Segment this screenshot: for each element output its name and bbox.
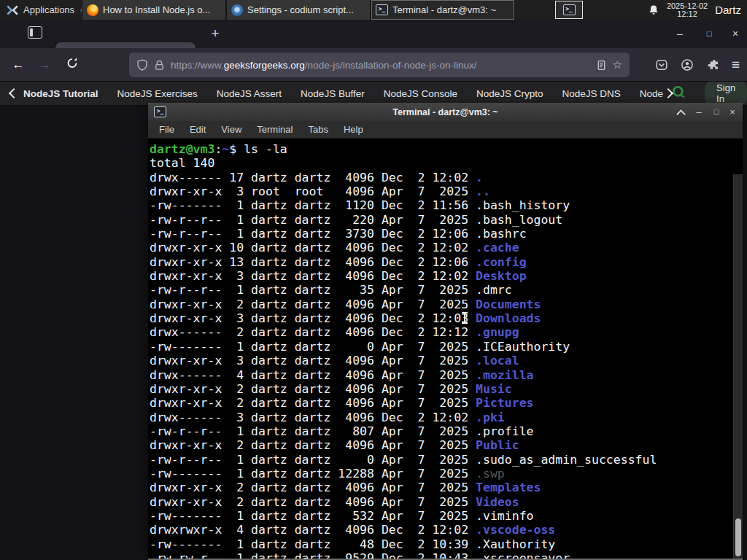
back-button[interactable]: ←	[10, 57, 26, 73]
nav-item[interactable]: NodeJS Console	[384, 88, 457, 99]
panel-user-menu[interactable]: Dartz	[715, 4, 741, 16]
terminal-launcher[interactable]	[555, 1, 583, 19]
ls-row-meta: drwxr-xr-x 2 dartz dartz 4096 Apr 7 2025	[150, 438, 476, 452]
window-button-list: How to Install Node.js o...Settings - co…	[82, 0, 515, 20]
terminal-screen[interactable]: dartz@vm3:~$ ls -la total 140 drwx------…	[148, 139, 743, 559]
nav-back-chevron-icon[interactable]	[9, 88, 19, 98]
mouse-ibeam-cursor	[464, 312, 465, 324]
ls-row-meta: drwx------ 4 dartz dartz 4096 Apr 7 2025	[150, 368, 476, 382]
terminal-menu-terminal[interactable]: Terminal	[257, 124, 293, 135]
ls-row-name: .viminfo	[476, 509, 533, 523]
browser-minimize-button[interactable]: –	[669, 20, 691, 48]
ls-row-name: .gnupg	[476, 325, 519, 339]
ls-row-name: Downloads	[476, 311, 541, 325]
forward-button[interactable]: →	[36, 57, 53, 73]
panel-tray: 2025-12-02 12:12 Dartz	[648, 0, 747, 20]
ls-row-meta: drwxr-xr-x 2 dartz dartz 4096 Apr 7 2025	[150, 298, 476, 311]
ls-row-meta: -rw------- 1 dartz dartz 1120 Dec 2 11:5…	[150, 198, 476, 212]
terminal-menu-file[interactable]: File	[159, 124, 174, 135]
site-search-icon[interactable]	[672, 85, 686, 101]
ls-row-name: Templates	[476, 481, 541, 494]
window-button-codium[interactable]: Settings - codium script...	[226, 0, 371, 20]
ls-row-name: Pictures	[476, 396, 533, 410]
terminal-scrollbar[interactable]	[733, 174, 743, 559]
url-path: /node-js/installation-of-node-js-on-linu…	[305, 60, 477, 71]
window-button-label: Settings - codium script...	[247, 4, 354, 15]
lock-icon[interactable]	[154, 60, 165, 71]
menu-hamburger-icon[interactable]: ≡	[732, 57, 740, 73]
ls-row-meta: drwxr-xr-x 10 dartz dartz 4096 Dec 2 12:…	[150, 241, 476, 254]
ls-row-meta: -rw------- 1 dartz dartz 48 Dec 2 10:39	[150, 537, 476, 551]
nav-item[interactable]: NodeJS Buffer	[301, 88, 365, 99]
bell-icon[interactable]	[648, 4, 659, 16]
browser-maximize-button[interactable]: □	[698, 20, 720, 48]
browser-tab-bar: How to Install Node.js on × + – □ ×	[0, 20, 747, 48]
nav-item[interactable]: NodeJS Crypto	[476, 88, 543, 99]
ls-row-meta: -rw------- 1 dartz dartz 532 Apr 7 2025	[150, 509, 476, 523]
ls-row-name: .profile	[476, 424, 533, 438]
bookmark-star-icon[interactable]: ☆	[613, 58, 622, 71]
ls-row-meta: drwxr-xr-x 2 dartz dartz 4096 Apr 7 2025	[150, 396, 476, 410]
browser-close-button[interactable]: ×	[724, 20, 746, 48]
nav-item[interactable]: NodeJS Assert	[217, 88, 282, 99]
shield-icon[interactable]	[136, 59, 148, 71]
window-button-terminal[interactable]: Terminal - dartz@vm3: ~	[371, 0, 515, 20]
terminal-icon	[376, 4, 388, 15]
ls-row-name: Music	[476, 382, 512, 396]
new-tab-button[interactable]: +	[206, 25, 224, 42]
applications-menu-button[interactable]: Applications ≡	[0, 0, 91, 20]
ls-row-name: .local	[476, 354, 519, 368]
ls-row-meta: -rw-r--r-- 1 dartz dartz 0 Apr 7 2025	[150, 453, 476, 467]
desktop: Applications ≡ How to Install Node.js o.…	[0, 0, 747, 560]
ls-row-name: .ICEauthority	[476, 340, 570, 354]
terminal-menu-edit[interactable]: Edit	[190, 124, 206, 135]
terminal-menu-help[interactable]: Help	[344, 124, 363, 135]
terminal-minimize-button[interactable]: –	[692, 103, 706, 121]
ls-row-name: Videos	[476, 495, 519, 509]
terminal-window: Terminal - dartz@vm3: ~ – □ × FileEditVi…	[148, 103, 743, 560]
ls-row-name: Desktop	[476, 269, 527, 283]
account-icon[interactable]	[681, 58, 694, 71]
ls-row-meta: drwx------ 17 dartz dartz 4096 Dec 2 12:…	[150, 171, 476, 184]
ls-row-name: Public	[476, 438, 519, 452]
terminal-menu-tabs[interactable]: Tabs	[308, 124, 328, 135]
ls-row-name: .mozilla	[476, 368, 533, 382]
ls-row-meta: drwxr-xr-x 3 dartz dartz 4096 Dec 2 12:0…	[150, 311, 476, 325]
reload-button[interactable]	[64, 57, 80, 69]
nav-item-truncated[interactable]: Node	[640, 88, 663, 99]
terminal-menubar: FileEditViewTerminalTabsHelp	[148, 121, 743, 139]
terminal-scrollbar-thumb[interactable]	[735, 518, 741, 556]
terminal-maximize-button[interactable]: □	[709, 103, 724, 121]
nav-item[interactable]: NodeJS Tutorial	[23, 88, 98, 99]
nav-item[interactable]: NodeJS Exercises	[117, 88, 198, 99]
terminal-menu-view[interactable]: View	[221, 124, 241, 135]
applications-label: Applications	[23, 4, 74, 15]
firefox-view-icon[interactable]	[28, 26, 42, 39]
url-scheme: https://www.	[171, 60, 224, 71]
reader-mode-icon[interactable]	[596, 60, 607, 71]
url-host: geeksforgeeks.org	[224, 60, 305, 71]
ls-row-name: .config	[476, 255, 527, 269]
url-bar[interactable]: https://www.geeksforgeeks.org/node-js/in…	[129, 52, 630, 77]
terminal-close-button[interactable]: ×	[725, 103, 740, 121]
ls-row-name: .xscreensaver	[476, 551, 570, 559]
nav-item[interactable]: NodeJS DNS	[562, 88, 621, 99]
ls-row-name: .	[476, 171, 483, 184]
terminal-titlebar[interactable]: Terminal - dartz@vm3: ~ – □ ×	[148, 103, 743, 121]
window-button-firefox[interactable]: How to Install Node.js o...	[82, 0, 226, 20]
terminal-output: dartz@vm3:~$ ls -la total 140 drwx------…	[148, 139, 743, 559]
toolbar-right-icons: ≡	[655, 52, 740, 77]
ls-row-meta: -rw-r--r-- 1 dartz dartz 3730 Dec 2 12:0…	[150, 227, 476, 241]
prompt-user: dartz@vm3	[150, 142, 214, 156]
ls-row-name: .cache	[476, 241, 519, 254]
panel-clock[interactable]: 2025-12-02 12:12	[667, 2, 708, 18]
ls-row-meta: drwxrwxr-x 4 dartz dartz 4096 Dec 2 12:0…	[150, 523, 476, 537]
ls-row-name: .bash_logout	[476, 213, 562, 227]
extensions-puzzle-icon[interactable]	[706, 58, 719, 71]
ls-row-meta: drwx------ 3 dartz dartz 4096 Dec 2 12:0…	[150, 411, 476, 424]
pocket-save-icon[interactable]	[655, 58, 668, 71]
top-panel: Applications ≡ How to Install Node.js o.…	[0, 0, 747, 20]
ls-row-name: .sudo_as_admin_successful	[476, 453, 657, 467]
ls-row-name: .pki	[476, 411, 505, 424]
browser-toolbar: ← → https://www.geeksforgeeks.org/node-j…	[0, 48, 747, 82]
